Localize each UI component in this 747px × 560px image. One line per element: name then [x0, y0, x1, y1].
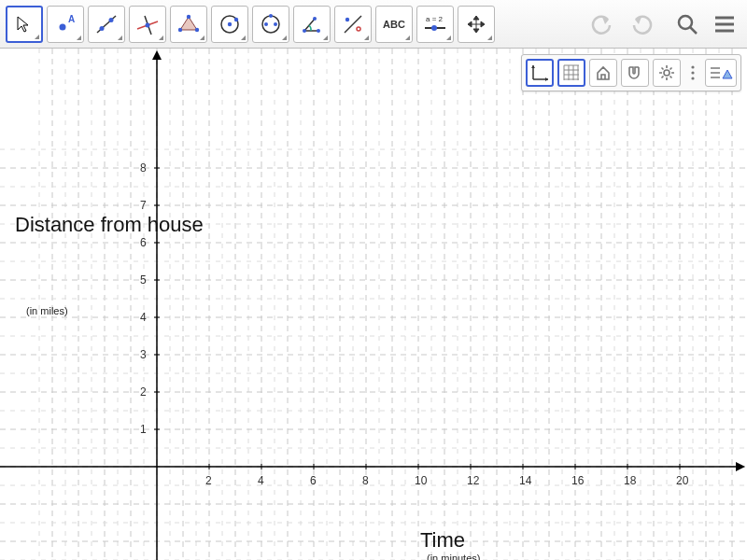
x-tick-label: 14 — [519, 474, 531, 487]
svg-point-133 — [691, 65, 694, 68]
slider-icon: a = 2 — [421, 13, 449, 35]
x-axis-unit: (in minutes) — [427, 553, 480, 560]
y-axis-unit: (in miles) — [26, 305, 68, 316]
gear-icon — [657, 63, 676, 82]
toggle-axes-button[interactable] — [526, 59, 554, 87]
polygon-tool[interactable] — [170, 6, 207, 43]
x-tick-label: 6 — [310, 474, 317, 487]
move-arrows-icon — [465, 13, 487, 35]
graphics-view[interactable]: Distance from house (in miles) Time (in … — [0, 49, 747, 560]
angle-icon — [300, 12, 324, 36]
slider-tool[interactable]: a = 2 — [416, 6, 454, 43]
grid-icon — [562, 63, 581, 82]
y-tick-label: 2 — [140, 385, 147, 399]
redo-button[interactable] — [624, 7, 657, 41]
point-capture-button[interactable] — [621, 59, 649, 87]
svg-line-29 — [690, 27, 697, 34]
svg-point-24 — [357, 27, 360, 31]
x-tick-label: 4 — [258, 474, 264, 487]
svg-point-21 — [313, 17, 317, 21]
graphics-stylebar — [521, 54, 741, 91]
svg-point-20 — [317, 29, 320, 33]
svg-point-17 — [274, 22, 277, 26]
x-tick-label: 12 — [467, 474, 479, 487]
view-props-icon — [709, 63, 733, 82]
vertical-dots-icon — [690, 63, 696, 82]
main-toolbar: A ABC a = 2 — [0, 0, 747, 49]
menu-button[interactable] — [708, 7, 741, 41]
hamburger-icon — [712, 12, 737, 36]
svg-point-10 — [195, 27, 199, 31]
reflect-icon — [341, 12, 365, 36]
undo-icon — [591, 12, 615, 36]
perpendicular-icon — [135, 12, 160, 36]
svg-point-3 — [100, 26, 105, 31]
svg-point-18 — [269, 14, 273, 18]
svg-point-27 — [431, 25, 437, 31]
move-tool[interactable] — [6, 6, 43, 43]
point-tool[interactable]: A — [47, 6, 84, 43]
text-tool[interactable]: ABC — [375, 6, 413, 43]
x-tick-label: 16 — [571, 474, 584, 487]
y-tick-label: 3 — [140, 348, 147, 361]
svg-point-0 — [60, 23, 66, 30]
svg-point-19 — [303, 29, 306, 33]
svg-point-16 — [264, 22, 268, 26]
y-tick-label: 5 — [140, 273, 147, 287]
svg-marker-139 — [723, 70, 732, 78]
line-icon — [94, 12, 119, 36]
svg-point-13 — [228, 21, 232, 25]
svg-line-2 — [97, 16, 116, 33]
undo-button[interactable] — [586, 7, 620, 41]
svg-point-134 — [691, 71, 694, 74]
x-tick-label: 2 — [205, 474, 212, 487]
magnet-icon — [626, 64, 644, 81]
point-icon: A — [54, 13, 77, 35]
svg-point-7 — [146, 22, 150, 27]
svg-text:a = 2: a = 2 — [426, 15, 444, 23]
svg-point-23 — [345, 17, 349, 21]
stylebar-more-button[interactable] — [684, 61, 701, 85]
y-axis-title: Distance from house — [15, 209, 204, 241]
perpendicular-line-tool[interactable] — [129, 6, 166, 43]
axes-icon — [530, 63, 549, 82]
line-tool[interactable] — [88, 6, 125, 43]
toggle-grid-button[interactable] — [557, 59, 585, 87]
svg-text:A: A — [68, 14, 75, 24]
x-axis-title: Time — [420, 528, 465, 553]
svg-point-14 — [234, 17, 238, 21]
move-view-tool[interactable] — [458, 6, 495, 43]
y-tick-label: 6 — [140, 236, 147, 249]
x-tick-label: 10 — [415, 474, 427, 487]
y-tick-label: 8 — [140, 161, 147, 175]
standard-view-button[interactable] — [589, 59, 617, 87]
x-tick-label: 20 — [676, 474, 688, 487]
y-tick-label: 4 — [140, 311, 147, 324]
y-tick-label: 1 — [140, 423, 147, 436]
svg-point-4 — [109, 18, 114, 22]
reflect-line-tool[interactable] — [334, 6, 372, 43]
x-tick-label: 8 — [362, 474, 369, 487]
svg-point-132 — [664, 70, 669, 76]
ellipse-tool[interactable] — [252, 6, 289, 43]
y-tick-label: 7 — [140, 199, 147, 212]
circle-center-icon — [218, 12, 242, 36]
svg-point-28 — [679, 16, 692, 29]
svg-point-11 — [178, 27, 182, 31]
svg-point-9 — [187, 14, 190, 18]
view-properties-button[interactable] — [705, 59, 737, 87]
search-button[interactable] — [670, 7, 704, 41]
ellipse-icon — [259, 12, 283, 36]
text-icon: ABC — [383, 19, 405, 30]
circle-point-tool[interactable] — [211, 6, 248, 43]
home-icon — [595, 64, 612, 81]
svg-point-135 — [691, 77, 694, 79]
settings-button[interactable] — [653, 59, 681, 87]
search-icon — [674, 11, 700, 37]
polygon-icon — [176, 12, 201, 36]
angle-tool[interactable] — [293, 6, 331, 43]
cursor-icon — [14, 14, 35, 35]
x-tick-label: 18 — [624, 474, 636, 487]
redo-icon — [628, 12, 653, 36]
